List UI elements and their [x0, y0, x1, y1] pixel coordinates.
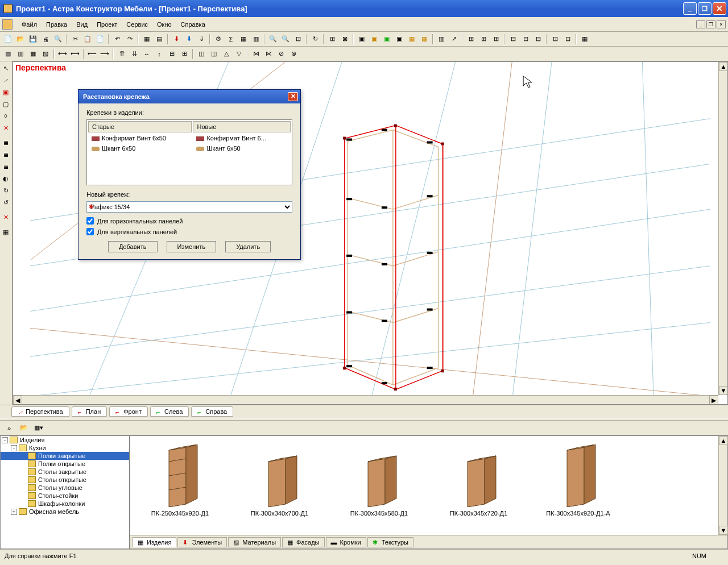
scroll-up-icon[interactable]: ▲	[719, 62, 728, 71]
tool-icon[interactable]: ⟋	[0, 74, 11, 86]
zoom-in-icon[interactable]: 🔍	[267, 34, 279, 45]
thumbs-scrollbar[interactable]: ▲ ▼	[718, 436, 727, 535]
scroll-down-icon[interactable]: ▼	[719, 526, 728, 535]
fastener-select[interactable]: Рафикс 15/34	[86, 201, 292, 213]
tool-icon[interactable]: ▣	[356, 34, 367, 45]
tool-icon[interactable]: ◫	[196, 48, 207, 60]
tool-icon[interactable]: ⊘	[275, 48, 287, 60]
open-folder-icon[interactable]: 📂	[18, 422, 30, 434]
menu-view[interactable]: Вид	[72, 19, 92, 30]
tab-materials[interactable]: ▨Материалы	[228, 537, 281, 547]
tool-icon[interactable]: ▦	[27, 48, 39, 60]
tool-icon[interactable]: ▦	[0, 226, 11, 238]
print-icon[interactable]: 🖨	[40, 34, 51, 45]
tool-icon[interactable]: ▤	[154, 34, 165, 45]
tool-icon[interactable]: ⊞	[326, 34, 338, 45]
delete-button[interactable]: Удалить	[225, 241, 271, 252]
mdi-close-button[interactable]: ×	[717, 20, 726, 28]
menu-project[interactable]: Проект	[92, 19, 122, 30]
tool-icon[interactable]: ↕	[154, 48, 165, 60]
new-icon[interactable]: 📄	[2, 34, 14, 45]
tab-plan[interactable]: ⌐План	[72, 406, 107, 417]
tool-icon[interactable]: ⟵	[86, 48, 98, 60]
tool-icon[interactable]: ◊	[0, 110, 11, 122]
sigma-icon[interactable]: Σ	[225, 34, 237, 45]
tool-icon[interactable]: ▦	[579, 34, 590, 45]
tool-icon[interactable]: ▦	[238, 34, 249, 45]
preview-icon[interactable]: 🔍	[52, 34, 64, 45]
tree-node-item[interactable]: Столы-стойки	[1, 492, 129, 500]
table-row[interactable]	[88, 164, 291, 173]
thumbnail-item[interactable]: ПК-250х345х920-Д1	[136, 444, 224, 526]
tool-icon[interactable]: ≣	[0, 137, 11, 148]
tool-icon[interactable]: ⬇	[183, 34, 195, 45]
tool-icon[interactable]: ⊞	[465, 34, 477, 45]
tab-right[interactable]: ⌐Справа	[191, 406, 233, 417]
tree-node-item[interactable]: Полки открытые	[1, 460, 129, 468]
tool-icon[interactable]: ▣	[394, 34, 405, 45]
tab-elements[interactable]: ⬇Элементы	[177, 537, 227, 547]
dialog-titlebar[interactable]: Расстановка крепежа ✕	[78, 90, 300, 103]
tool-icon[interactable]: ▥	[436, 34, 447, 45]
mdi-minimize-button[interactable]: _	[696, 20, 705, 28]
tool-icon[interactable]: ⊟	[520, 34, 531, 45]
collapse-icon[interactable]: -	[2, 437, 8, 443]
tool-icon[interactable]: ▣	[369, 34, 380, 45]
column-new[interactable]: Новые	[193, 121, 291, 132]
tool-icon[interactable]: ⊟	[507, 34, 519, 45]
close-button[interactable]: ✕	[713, 2, 726, 15]
menu-edit[interactable]: Правка	[42, 19, 72, 30]
tool-icon[interactable]: ▣	[0, 86, 11, 98]
scrollbar-horizontal[interactable]: ◀ ▶	[13, 395, 718, 404]
undo-icon[interactable]: ↶	[111, 34, 123, 45]
tree-node-item[interactable]: Столы угловые	[1, 484, 129, 492]
tool-icon[interactable]: ⇈	[116, 48, 127, 60]
paste-icon[interactable]: 📄	[94, 34, 106, 45]
edit-button[interactable]: Изменить	[167, 241, 217, 252]
tool-icon[interactable]: ⊞	[490, 34, 502, 45]
tab-products[interactable]: ▦Изделия	[133, 537, 176, 547]
zoom-fit-icon[interactable]: ⊡	[292, 34, 304, 45]
tool-icon[interactable]: ⊟	[532, 34, 544, 45]
chevron-icon[interactable]: »	[3, 422, 15, 434]
save-icon[interactable]: 💾	[27, 34, 39, 45]
tab-edges[interactable]: ▬Кромки	[326, 537, 366, 547]
tool-icon[interactable]: ⊡	[549, 34, 561, 45]
tool-icon[interactable]: ⊞	[478, 34, 489, 45]
menu-help[interactable]: Справка	[176, 19, 210, 30]
redo-icon[interactable]: ↷	[124, 34, 135, 45]
tool-icon[interactable]: ◐	[0, 173, 11, 184]
thumbnail-item[interactable]: ПК-300х340х700-Д1	[235, 444, 324, 526]
tab-facades[interactable]: ▦Фасады	[282, 537, 324, 547]
scroll-right-icon[interactable]: ▶	[709, 396, 718, 405]
tab-left[interactable]: ⌐Слева	[150, 406, 189, 417]
checkbox-horizontal[interactable]	[86, 217, 94, 225]
tree-node-root[interactable]: -Изделия	[1, 436, 129, 444]
tool-icon[interactable]: ⊞	[179, 48, 190, 60]
tool-icon[interactable]: ↻	[309, 34, 321, 45]
dialog-close-button[interactable]: ✕	[288, 92, 298, 101]
tool-icon[interactable]: ▥	[250, 34, 262, 45]
tree-node-item[interactable]: Столы открытые	[1, 476, 129, 484]
tree-node-item[interactable]: Полки закрытые	[1, 452, 129, 460]
tool-icon[interactable]: ≣	[0, 161, 11, 172]
copy-icon[interactable]: 📋	[82, 34, 93, 45]
check-horizontal[interactable]: Для горизонтальных панелей	[86, 217, 292, 225]
zoom-out-icon[interactable]: 🔍	[280, 34, 291, 45]
minimize-button[interactable]: _	[683, 2, 697, 15]
table-row[interactable]	[88, 154, 291, 163]
tab-perspective[interactable]: ⟋Перспектива	[11, 406, 69, 417]
check-vertical[interactable]: Для вертикальных панелей	[86, 228, 292, 235]
table-row[interactable]: Шкант 6x50 Шкант 6x50	[88, 144, 291, 153]
maximize-button[interactable]: ❐	[698, 2, 712, 15]
tool-icon[interactable]: ⋈	[250, 48, 262, 60]
tool-icon[interactable]: ↔	[141, 48, 152, 60]
tool-icon[interactable]: ▦	[419, 34, 430, 45]
expand-icon[interactable]: +	[11, 509, 17, 515]
tool-icon[interactable]: ✕	[0, 211, 11, 223]
tool-icon[interactable]: ↻	[0, 185, 11, 196]
tool-icon[interactable]: ⟶	[99, 48, 110, 60]
tool-icon[interactable]: ↺	[0, 197, 11, 208]
tool-icon[interactable]: ▽	[233, 48, 245, 60]
mdi-restore-button[interactable]: ❐	[706, 20, 715, 28]
